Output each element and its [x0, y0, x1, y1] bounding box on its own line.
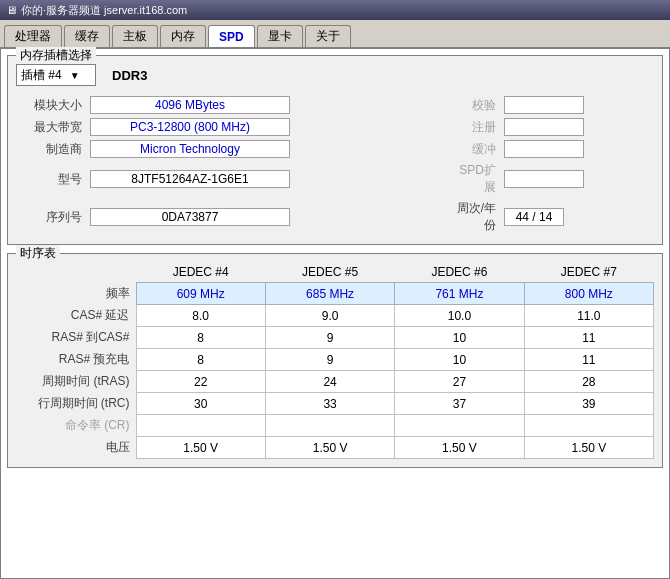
info-row-size: 模块大小 4096 MBytes 校验 — [16, 94, 654, 116]
tab-mainboard[interactable]: 主板 — [112, 25, 158, 47]
timing-cell-6-2 — [395, 415, 524, 437]
info-row-model: 型号 8JTF51264AZ-1G6E1 SPD扩展 — [16, 160, 654, 198]
timing-row-label-5: 行周期时间 (tRC) — [16, 393, 136, 415]
timing-row-label-2: RAS# 到CAS# — [16, 327, 136, 349]
timing-row-5: 行周期时间 (tRC)30333739 — [16, 393, 654, 415]
timing-cell-1-1: 9.0 — [265, 305, 394, 327]
slot-group: 内存插槽选择 插槽 #4 ▼ DDR3 模块大小 4096 MBytes 校验 … — [7, 55, 663, 245]
timing-cell-3-3: 11 — [524, 349, 653, 371]
timing-row-label-7: 电压 — [16, 437, 136, 459]
label-size: 模块大小 — [16, 94, 86, 116]
timing-row-7: 电压1.50 V1.50 V1.50 V1.50 V — [16, 437, 654, 459]
timing-cell-6-1 — [265, 415, 394, 437]
label-week: 周次/年份 — [450, 198, 500, 236]
value-serial: 0DA73877 — [90, 208, 290, 226]
timing-header-jedec4: JEDEC #4 — [136, 262, 265, 283]
timing-cell-7-3: 1.50 V — [524, 437, 653, 459]
timing-cell-4-2: 27 — [395, 371, 524, 393]
value-buffer — [504, 140, 584, 158]
timing-row-0: 频率609 MHz685 MHz761 MHz800 MHz — [16, 283, 654, 305]
timing-cell-1-3: 11.0 — [524, 305, 653, 327]
timing-row-2: RAS# 到CAS#891011 — [16, 327, 654, 349]
title-bar: 🖥 你的·服务器频道 jserver.it168.com — [0, 0, 670, 20]
timing-header-row: JEDEC #4 JEDEC #5 JEDEC #6 JEDEC #7 — [16, 262, 654, 283]
timing-cell-3-2: 10 — [395, 349, 524, 371]
timing-cell-0-3: 800 MHz — [524, 283, 653, 305]
timing-header-jedec5: JEDEC #5 — [265, 262, 394, 283]
value-week: 44 / 14 — [504, 208, 564, 226]
timing-cell-0-1: 685 MHz — [265, 283, 394, 305]
timing-row-label-4: 周期时间 (tRAS) — [16, 371, 136, 393]
timing-cell-1-0: 8.0 — [136, 305, 265, 327]
timing-cell-4-1: 24 — [265, 371, 394, 393]
timing-cell-4-0: 22 — [136, 371, 265, 393]
timing-cell-7-2: 1.50 V — [395, 437, 524, 459]
timing-cell-5-0: 30 — [136, 393, 265, 415]
tab-about[interactable]: 关于 — [305, 25, 351, 47]
label-registered: 注册 — [450, 116, 500, 138]
timing-cell-5-2: 37 — [395, 393, 524, 415]
timing-cell-4-3: 28 — [524, 371, 653, 393]
label-manufacturer: 制造商 — [16, 138, 86, 160]
info-row-serial: 序列号 0DA73877 周次/年份 44 / 14 — [16, 198, 654, 236]
info-row-manufacturer: 制造商 Micron Technology 缓冲 — [16, 138, 654, 160]
value-bandwidth: PC3-12800 (800 MHz) — [90, 118, 290, 136]
ddr-type-label: DDR3 — [112, 68, 147, 83]
timing-cell-2-0: 8 — [136, 327, 265, 349]
dropdown-arrow-icon: ▼ — [70, 70, 80, 81]
timing-row-label-0: 频率 — [16, 283, 136, 305]
value-manufacturer: Micron Technology — [90, 140, 290, 158]
title-text: 你的·服务器频道 jserver.it168.com — [21, 3, 187, 18]
label-bandwidth: 最大带宽 — [16, 116, 86, 138]
value-registered — [504, 118, 584, 136]
info-table: 模块大小 4096 MBytes 校验 最大带宽 PC3-12800 (800 … — [16, 94, 654, 236]
timing-cell-7-1: 1.50 V — [265, 437, 394, 459]
tab-cache[interactable]: 缓存 — [64, 25, 110, 47]
timing-header-jedec6: JEDEC #6 — [395, 262, 524, 283]
timing-row-4: 周期时间 (tRAS)22242728 — [16, 371, 654, 393]
label-checksum: 校验 — [450, 94, 500, 116]
timing-group: 时序表 JEDEC #4 JEDEC #5 JEDEC #6 JEDEC #7 … — [7, 253, 663, 468]
tab-memory[interactable]: 内存 — [160, 25, 206, 47]
timing-group-title: 时序表 — [16, 245, 60, 262]
label-spd-ext: SPD扩展 — [450, 160, 500, 198]
timing-cell-3-1: 9 — [265, 349, 394, 371]
value-size: 4096 MBytes — [90, 96, 290, 114]
label-buffer: 缓冲 — [450, 138, 500, 160]
timing-cell-0-0: 609 MHz — [136, 283, 265, 305]
timing-cell-5-1: 33 — [265, 393, 394, 415]
main-content: 内存插槽选择 插槽 #4 ▼ DDR3 模块大小 4096 MBytes 校验 … — [0, 48, 670, 579]
slot-label: 插槽 #4 — [21, 67, 62, 84]
label-serial: 序列号 — [16, 198, 86, 236]
timing-cell-7-0: 1.50 V — [136, 437, 265, 459]
timing-cell-6-3 — [524, 415, 653, 437]
tab-processor[interactable]: 处理器 — [4, 25, 62, 47]
timing-row-label-1: CAS# 延迟 — [16, 305, 136, 327]
title-icon: 🖥 — [6, 4, 17, 16]
timing-cell-2-1: 9 — [265, 327, 394, 349]
timing-row-6: 命令率 (CR) — [16, 415, 654, 437]
info-row-bandwidth: 最大带宽 PC3-12800 (800 MHz) 注册 — [16, 116, 654, 138]
timing-header-empty — [16, 262, 136, 283]
tab-spd[interactable]: SPD — [208, 25, 255, 47]
timing-table: JEDEC #4 JEDEC #5 JEDEC #6 JEDEC #7 频率60… — [16, 262, 654, 459]
timing-cell-1-2: 10.0 — [395, 305, 524, 327]
slot-row: 插槽 #4 ▼ DDR3 — [16, 64, 654, 86]
timing-row-label-3: RAS# 预充电 — [16, 349, 136, 371]
label-model: 型号 — [16, 160, 86, 198]
timing-header-jedec7: JEDEC #7 — [524, 262, 653, 283]
tab-bar: 处理器 缓存 主板 内存 SPD 显卡 关于 — [0, 20, 670, 48]
value-checksum — [504, 96, 584, 114]
timing-row-1: CAS# 延迟8.09.010.011.0 — [16, 305, 654, 327]
tab-gpu[interactable]: 显卡 — [257, 25, 303, 47]
timing-cell-0-2: 761 MHz — [395, 283, 524, 305]
slot-group-title: 内存插槽选择 — [16, 47, 96, 64]
timing-cell-2-3: 11 — [524, 327, 653, 349]
timing-row-3: RAS# 预充电891011 — [16, 349, 654, 371]
value-spd-ext — [504, 170, 584, 188]
slot-dropdown[interactable]: 插槽 #4 ▼ — [16, 64, 96, 86]
timing-cell-2-2: 10 — [395, 327, 524, 349]
timing-cell-6-0 — [136, 415, 265, 437]
timing-cell-5-3: 39 — [524, 393, 653, 415]
value-model: 8JTF51264AZ-1G6E1 — [90, 170, 290, 188]
